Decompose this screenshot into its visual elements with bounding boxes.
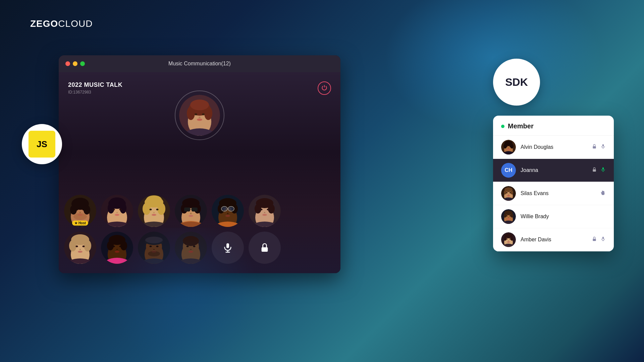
svg-point-127	[153, 249, 155, 250]
svg-point-104	[78, 251, 83, 253]
participant-row-2	[64, 232, 335, 264]
close-button[interactable]	[65, 61, 70, 66]
svg-point-195	[509, 239, 511, 240]
window-title: Music Communication(12)	[168, 61, 231, 67]
svg-point-89	[260, 209, 263, 210]
svg-point-64	[190, 213, 192, 214]
svg-point-115	[116, 249, 118, 250]
js-badge-text: JS	[37, 139, 47, 149]
svg-point-37	[116, 212, 118, 213]
participant-6	[249, 195, 281, 227]
svg-point-111	[107, 241, 114, 250]
member-item-alvin[interactable]: Alvin Douglas	[493, 136, 614, 159]
svg-point-126	[156, 246, 159, 247]
svg-point-100	[84, 240, 91, 251]
online-indicator	[501, 125, 504, 128]
svg-point-180	[504, 214, 506, 218]
svg-point-125	[150, 246, 152, 247]
amber-mic-icon	[600, 236, 606, 243]
svg-point-150	[503, 144, 507, 148]
svg-point-12	[197, 119, 202, 121]
svg-rect-159	[593, 169, 596, 172]
amber-lock-icon	[592, 236, 597, 243]
svg-point-8	[190, 100, 209, 110]
host-label: ★ Host	[72, 221, 88, 226]
svg-point-197	[507, 241, 510, 243]
svg-point-22	[83, 208, 85, 210]
member-list: Alvin Douglas	[493, 136, 614, 251]
member-item-amber[interactable]: Amber Davis	[493, 228, 614, 251]
joanna-icons	[592, 167, 606, 174]
participant-2	[101, 195, 133, 227]
svg-point-9	[195, 113, 197, 115]
svg-point-47	[146, 195, 162, 205]
mic-button[interactable]	[212, 232, 244, 264]
sdk-badge: SDK	[493, 59, 540, 106]
minimize-button[interactable]	[73, 61, 77, 66]
silas-icons	[600, 190, 606, 197]
member-panel: Member Alvin	[493, 116, 614, 251]
willie-name: Willie Brady	[521, 214, 601, 220]
member-item-joanna[interactable]: CH Joanna	[493, 159, 614, 182]
svg-point-182	[506, 216, 507, 217]
svg-point-21	[76, 208, 78, 210]
app-content: 2022 MUSIC TALK ID:13672983	[59, 72, 340, 273]
room-title: 2022 MUSIC TALK	[68, 81, 122, 88]
logo-text: ZEGOCLOUD	[30, 18, 93, 29]
alvin-mic-icon	[600, 144, 606, 150]
svg-point-87	[255, 204, 261, 214]
svg-point-38	[115, 214, 119, 216]
svg-point-155	[507, 149, 510, 150]
svg-rect-140	[226, 243, 229, 248]
participant-4	[175, 195, 207, 227]
willie-avatar	[501, 209, 516, 224]
joanna-avatar: CH	[501, 163, 516, 178]
svg-point-51	[152, 214, 156, 216]
svg-point-80	[225, 215, 230, 217]
svg-point-113	[113, 246, 115, 247]
member-title: Member	[508, 122, 534, 130]
svg-point-92	[262, 214, 267, 216]
silas-avatar	[501, 186, 516, 201]
svg-point-116	[115, 251, 119, 253]
member-header: Member	[493, 116, 614, 136]
logo-cloud: CLOUD	[58, 18, 93, 29]
svg-point-103	[79, 249, 81, 250]
alvin-icons	[592, 144, 606, 150]
maximize-button[interactable]	[80, 61, 85, 66]
alvin-lock-icon	[592, 144, 597, 150]
participant-1: ★ Host	[64, 195, 96, 227]
svg-point-153	[509, 146, 511, 147]
svg-point-184	[508, 217, 509, 218]
joanna-lock-icon	[592, 167, 597, 174]
svg-point-193	[511, 237, 513, 241]
svg-point-35	[113, 209, 115, 210]
member-item-silas[interactable]: Silas Evans	[493, 182, 614, 205]
participant-3	[138, 195, 170, 227]
js-badge-inner: JS	[29, 131, 55, 158]
svg-point-114	[119, 246, 122, 247]
svg-point-77	[229, 207, 233, 210]
host-star: ★	[74, 221, 77, 225]
svg-point-136	[186, 246, 189, 247]
svg-point-138	[190, 249, 192, 250]
svg-rect-199	[602, 237, 604, 239]
svg-point-196	[508, 240, 509, 241]
svg-point-36	[119, 209, 122, 210]
svg-point-173	[507, 195, 510, 196]
svg-point-112	[120, 241, 127, 250]
svg-point-99	[69, 240, 76, 251]
member-item-willie[interactable]: Willie Brady	[493, 205, 614, 228]
svg-point-172	[508, 194, 509, 195]
silas-hand-icon	[600, 190, 606, 197]
svg-point-11	[199, 117, 201, 118]
app-window: Music Communication(12) 2022 MUSIC TALK …	[59, 55, 340, 273]
svg-point-102	[83, 246, 85, 247]
svg-point-88	[268, 204, 275, 214]
lock-button[interactable]	[249, 232, 281, 264]
svg-point-169	[511, 190, 513, 194]
silas-name: Silas Evans	[521, 190, 595, 196]
svg-point-154	[508, 148, 509, 148]
joanna-name: Joanna	[521, 167, 587, 173]
amber-icons	[592, 236, 606, 243]
